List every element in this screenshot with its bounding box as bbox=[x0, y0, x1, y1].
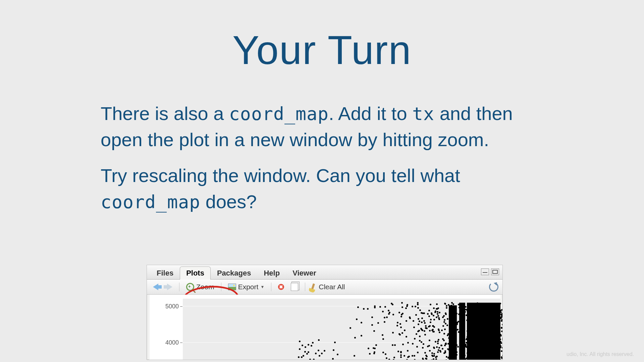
p1-code-tx: tx bbox=[412, 104, 434, 124]
nav-back-button[interactable] bbox=[151, 283, 160, 291]
tab-plots[interactable]: Plots bbox=[180, 266, 211, 280]
plot-grid bbox=[183, 299, 500, 360]
dropdown-caret-icon: ▼ bbox=[260, 285, 264, 289]
pane-window-controls bbox=[481, 268, 499, 275]
p2-text-a: Try rescaling the window. Can you tell w… bbox=[101, 165, 460, 186]
zoom-button-label: Zoom bbox=[196, 283, 214, 291]
p2-code-coord-map: coord_map bbox=[101, 192, 200, 213]
toolbar-separator bbox=[221, 283, 221, 291]
clear-all-label: Clear All bbox=[319, 283, 345, 291]
tab-files[interactable]: Files bbox=[150, 266, 180, 280]
maximize-pane-icon[interactable] bbox=[491, 268, 499, 275]
toolbar-separator bbox=[305, 283, 305, 291]
plot-canvas: 5000 4000 bbox=[149, 295, 500, 360]
paragraph-1: There is also a coord_map. Add it to tx … bbox=[101, 101, 537, 153]
magnifier-plus-icon: + bbox=[186, 283, 194, 291]
p2-text-b: does? bbox=[200, 191, 257, 212]
tab-packages[interactable]: Packages bbox=[211, 266, 258, 280]
paragraph-2: Try rescaling the window. Can you tell w… bbox=[101, 163, 537, 215]
pane-tab-bar: Files Plots Packages Help Viewer bbox=[147, 265, 502, 280]
zoom-button[interactable]: + Zoom bbox=[184, 282, 216, 292]
p1-text-b: . Add it to bbox=[329, 103, 412, 124]
y-axis-tick-4000: 4000 bbox=[165, 339, 179, 346]
toolbar-separator bbox=[179, 283, 179, 291]
export-button-label: Export bbox=[238, 283, 259, 291]
toolbar-separator bbox=[271, 283, 271, 291]
scatter-dots bbox=[183, 299, 500, 360]
footer-copyright: udio, Inc. All rights reserved. bbox=[567, 351, 634, 357]
p1-text-a: There is also a bbox=[101, 103, 229, 124]
copy-plot-button[interactable] bbox=[291, 282, 300, 292]
refresh-icon[interactable] bbox=[489, 282, 498, 292]
slide-body: There is also a coord_map. Add it to tx … bbox=[101, 101, 537, 225]
nav-forward-button[interactable] bbox=[165, 283, 174, 291]
slide-title: Your Turn bbox=[0, 27, 644, 73]
p1-code-coord-map: coord_map bbox=[229, 104, 329, 124]
arrow-left-icon bbox=[153, 284, 158, 290]
plot-toolbar: + Zoom Export ▼ ✖ Clear All bbox=[147, 280, 502, 295]
y-axis-tick-5000: 5000 bbox=[165, 303, 179, 310]
tab-help[interactable]: Help bbox=[257, 266, 286, 280]
slide: Your Turn There is also a coord_map. Add… bbox=[0, 0, 644, 362]
tab-viewer[interactable]: Viewer bbox=[286, 266, 323, 280]
rstudio-plot-pane: Files Plots Packages Help Viewer + Zoom bbox=[147, 265, 503, 360]
tick-mark bbox=[180, 306, 182, 307]
clear-all-button[interactable]: Clear All bbox=[310, 282, 347, 292]
picture-icon bbox=[228, 284, 236, 290]
tick-mark bbox=[180, 343, 182, 343]
remove-plot-button[interactable]: ✖ bbox=[276, 283, 286, 291]
minimize-pane-icon[interactable] bbox=[481, 268, 489, 275]
arrow-right-icon bbox=[167, 284, 172, 290]
export-button[interactable]: Export ▼ bbox=[226, 282, 267, 292]
broom-icon bbox=[311, 284, 315, 291]
document-stack-icon bbox=[291, 283, 298, 291]
delete-circle-icon: ✖ bbox=[278, 284, 284, 290]
